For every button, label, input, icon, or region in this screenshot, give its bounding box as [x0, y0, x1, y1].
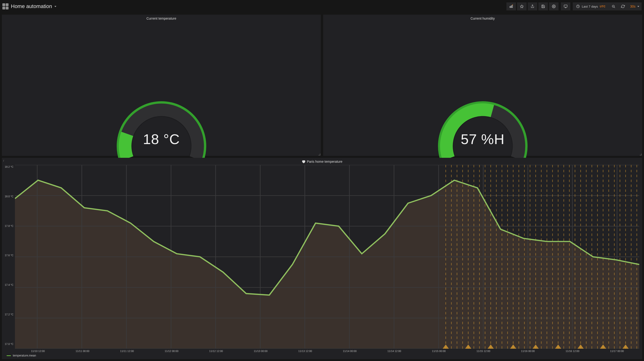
chevron-down-icon: [54, 6, 56, 7]
dashboard-picker[interactable]: Home automation: [2, 3, 56, 9]
legend-swatch: [7, 355, 11, 356]
add-panel-button[interactable]: [506, 2, 516, 10]
panel-title: Current temperature: [2, 15, 321, 21]
panel-resize-handle[interactable]: [640, 154, 642, 155]
chart-x-axis: 11/10 12:0011/11 00:0011/11 12:0011/12 0…: [5, 349, 639, 353]
svg-marker-5: [520, 5, 523, 8]
refresh-interval-value: 30s: [630, 4, 636, 8]
star-dashboard-button[interactable]: [517, 2, 526, 10]
panel-humidity-gauge[interactable]: Current humidity 57 %H: [323, 15, 642, 156]
time-range-label: Last 7 days: [582, 5, 598, 8]
save-dashboard-button[interactable]: [538, 2, 548, 10]
time-range-picker[interactable]: Last 7 days UTC: [573, 2, 609, 10]
panel-title-text: Paris home temperature: [307, 160, 342, 163]
info-icon[interactable]: i: [3, 159, 4, 162]
chart-plot[interactable]: [15, 165, 639, 349]
chevron-down-icon: [637, 6, 639, 7]
chart-y-axis: 18.2 °C18.0 °C17.8 °C17.6 °C17.4 °C17.2 …: [5, 165, 15, 349]
save-icon: [541, 4, 545, 8]
dashboard-settings-button[interactable]: [549, 2, 558, 10]
panel-temperature-gauge[interactable]: Current temperature 18 °C: [2, 15, 321, 156]
svg-point-7: [553, 6, 554, 7]
svg-rect-1: [511, 6, 512, 7]
refresh-button[interactable]: [618, 2, 628, 10]
temperature-gauge: 18 °C: [115, 91, 208, 150]
temperature-value: 18 °C: [115, 131, 208, 147]
zoom-out-button[interactable]: [609, 2, 618, 10]
heart-icon: [302, 160, 306, 163]
monitor-icon: [564, 4, 568, 8]
panel-temperature-chart[interactable]: i Paris home temperature 18.2 °C18.0 °C1…: [2, 158, 642, 359]
legend-label: temperature.mean: [13, 354, 36, 357]
svg-rect-0: [510, 6, 510, 7]
gear-icon: [552, 4, 556, 8]
clock-icon: [576, 4, 580, 8]
dashboards-icon: [2, 3, 8, 9]
dashboard-title: Home automation: [11, 3, 52, 9]
chart-legend[interactable]: temperature.mean: [5, 353, 639, 358]
svg-rect-8: [564, 5, 567, 7]
svg-rect-2: [512, 5, 512, 8]
refresh-icon: [621, 4, 625, 8]
panel-title: Current humidity: [323, 15, 642, 21]
humidity-gauge: 57 %H: [436, 91, 529, 150]
star-icon: [520, 4, 524, 8]
timezone-badge: UTC: [600, 5, 606, 8]
svg-line-13: [614, 7, 615, 8]
zoom-out-icon: [612, 4, 615, 8]
share-dashboard-button[interactable]: [528, 2, 537, 10]
add-panel-icon: [509, 4, 513, 8]
refresh-interval-picker[interactable]: 30s: [628, 2, 642, 10]
panel-resize-handle[interactable]: [318, 154, 320, 155]
cycle-view-button[interactable]: [561, 2, 570, 10]
humidity-value: 57 %H: [436, 131, 529, 147]
share-icon: [530, 4, 534, 8]
